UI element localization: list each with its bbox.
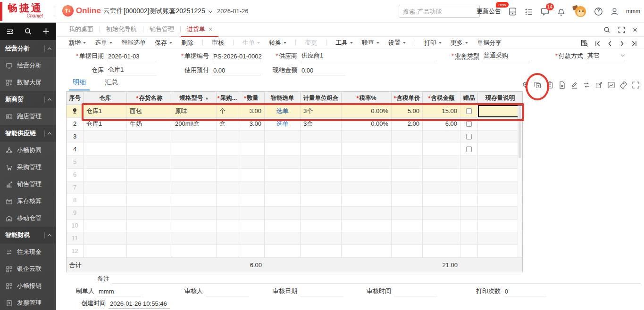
cell-combo[interactable] (301, 194, 342, 207)
cell-price[interactable] (392, 245, 423, 258)
cell-spec[interactable] (172, 245, 217, 258)
smart-pick-link[interactable]: 选单 (265, 118, 301, 131)
cell-amount[interactable] (423, 131, 460, 143)
col-price[interactable]: *含税单价 (392, 92, 423, 105)
cell-price[interactable] (392, 181, 423, 194)
scrollbar-thumb[interactable] (519, 106, 521, 158)
cell-price[interactable] (392, 131, 423, 143)
message-icon[interactable]: 14 (540, 7, 550, 16)
col-qty[interactable]: *数量 (238, 92, 265, 105)
cell-combo[interactable] (301, 245, 342, 258)
cell-unit[interactable] (217, 220, 238, 232)
cell-tax[interactable] (342, 181, 392, 194)
cell-warehouse[interactable] (84, 220, 127, 232)
cell-item[interactable] (127, 156, 172, 169)
cell-item[interactable] (127, 232, 172, 245)
cell-combo[interactable]: 3盒 (301, 118, 342, 131)
cell-warehouse[interactable]: 仓库1 (84, 118, 127, 131)
cell-tax[interactable] (342, 220, 392, 232)
sidebar-item-inventory[interactable]: 库存核算 (0, 193, 56, 210)
chart-icon[interactable] (607, 81, 615, 89)
cell-pick[interactable] (265, 232, 301, 245)
cell-combo[interactable] (301, 220, 342, 232)
cell-qty[interactable] (238, 156, 265, 169)
cell-amount[interactable] (423, 245, 460, 258)
cell-unit[interactable] (217, 131, 238, 143)
cell-spec[interactable] (172, 156, 217, 169)
sidebar-search-icon[interactable] (24, 27, 32, 35)
grid-fullscreen-icon[interactable] (632, 81, 640, 89)
cell-qty[interactable] (238, 131, 265, 143)
cell-warehouse[interactable] (84, 143, 127, 156)
prev-record-icon[interactable] (607, 41, 613, 47)
sidebar-item-store-management[interactable]: 跑店管理 (0, 108, 56, 125)
cell-combo[interactable] (301, 169, 342, 181)
cell-stock-note[interactable] (478, 118, 522, 131)
cell-stock-note[interactable] (478, 156, 522, 169)
cell-pick[interactable] (265, 181, 301, 194)
sidebar-group-finance-tax[interactable]: 智能财税 (0, 227, 56, 244)
cell-combo[interactable] (301, 131, 342, 143)
table-row[interactable]: 11 (67, 232, 522, 245)
cell-amount[interactable] (423, 220, 460, 232)
col-amount[interactable]: *含税金额 (423, 92, 460, 105)
cell-warehouse[interactable] (84, 169, 127, 181)
cell-pick[interactable] (265, 131, 301, 143)
grid-scrollbar[interactable] (518, 106, 522, 257)
doc-date-input[interactable]: 2026-01-03 (107, 53, 157, 61)
cell-price[interactable] (392, 143, 423, 156)
cell-unit[interactable] (217, 232, 238, 245)
cell-pick[interactable] (265, 194, 301, 207)
cell-unit[interactable] (217, 245, 238, 258)
toolbar-print-button[interactable]: 打印 (424, 39, 442, 47)
table-row[interactable]: 9 (67, 207, 522, 220)
cell-price[interactable] (392, 220, 423, 232)
mascot-icon[interactable] (573, 5, 587, 18)
cell-warehouse[interactable] (84, 207, 127, 220)
table-row[interactable]: 5 (67, 156, 522, 169)
cell-stock-note[interactable] (478, 131, 522, 143)
toolbar-share-button[interactable]: 单据分享 (477, 39, 502, 47)
cell-qty[interactable] (238, 232, 265, 245)
doc-no-input[interactable]: PS-2026-01-0002 (212, 53, 261, 61)
cell-warehouse[interactable] (84, 245, 127, 258)
cell-price[interactable] (392, 169, 423, 181)
cell-item[interactable] (127, 207, 172, 220)
cell-amount[interactable] (423, 207, 460, 220)
first-record-icon[interactable] (594, 41, 601, 47)
cell-qty[interactable] (238, 169, 265, 181)
cell-warehouse[interactable] (84, 156, 127, 169)
sidebar-group-supply-chain[interactable]: 智能供应链 (0, 125, 56, 142)
cell-tax[interactable] (342, 156, 392, 169)
cell-stock-note[interactable] (478, 245, 522, 258)
cell-qty[interactable] (238, 194, 265, 207)
tab-my-desktop[interactable]: 我的桌面 (63, 23, 100, 37)
cell-tax[interactable] (342, 207, 392, 220)
cell-item[interactable] (127, 194, 172, 207)
next-record-icon[interactable] (619, 41, 625, 47)
table-row[interactable]: 2 仓库1 牛奶 200ml\盒 盒 3.00 选单 3盒 0.00% 2.00… (67, 118, 522, 131)
help-icon[interactable]: ? (594, 7, 603, 16)
cell-spec[interactable] (172, 131, 217, 143)
ledger-icon[interactable] (508, 7, 517, 16)
warehouse-input[interactable]: 仓库1 (107, 65, 157, 75)
cell-combo[interactable] (301, 143, 342, 156)
table-row[interactable]: 4 (67, 143, 522, 156)
cell-amount[interactable]: 15.00 (423, 105, 460, 118)
cell-warehouse[interactable] (84, 232, 127, 245)
convert-unit-icon[interactable] (583, 81, 591, 89)
cell-unit[interactable] (217, 169, 238, 181)
remark-input[interactable] (112, 283, 641, 284)
username[interactable]: mmm (626, 8, 640, 15)
export-icon[interactable] (595, 81, 603, 89)
cell-amount[interactable] (423, 156, 460, 169)
sidebar-add-icon[interactable] (42, 27, 50, 35)
sidebar-item-digital-screen[interactable]: 数智大屏 (0, 74, 56, 91)
toolbar-settings-button[interactable]: 设置 (388, 39, 406, 47)
cell-item[interactable] (127, 220, 172, 232)
smart-pick-link[interactable]: 选单 (265, 105, 301, 118)
cell-tax[interactable]: 0.00% (342, 105, 392, 118)
table-row[interactable]: 12 (67, 245, 522, 258)
fullscreen-icon[interactable] (618, 26, 625, 33)
search-input[interactable] (403, 8, 486, 15)
